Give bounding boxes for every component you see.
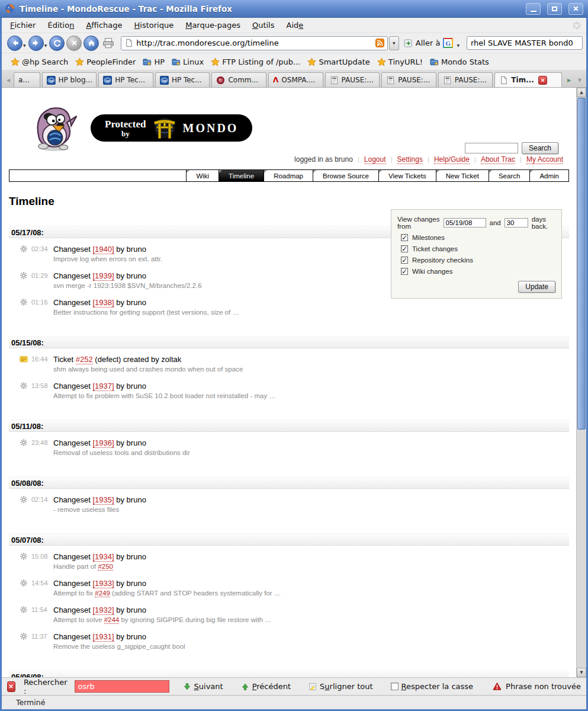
nav-tab-browse-source[interactable]: Browse Source [313,170,378,181]
ticket-link[interactable]: #249 [95,590,110,597]
highlight-all-button[interactable]: Surligner tout [304,681,377,692]
tab-hp-blog[interactable]: HP blog... [42,72,97,87]
search-engine-dropdown[interactable]: ▼ [457,43,460,47]
nav-tab-roadmap[interactable]: Roadmap [264,170,313,181]
tab-hp-tec-2[interactable]: HP Tec... [155,72,210,87]
changeset-link[interactable]: [1935] [93,495,114,505]
nav-tab-new-ticket[interactable]: New Ticket [436,170,489,181]
tab-comm[interactable]: Comm... [211,72,266,87]
tab-timeline-active[interactable]: Tim... [494,72,562,87]
go-icon[interactable] [403,39,413,48]
print-button[interactable] [101,36,116,51]
find-input[interactable] [75,680,169,693]
google-icon[interactable]: G [443,38,453,48]
bookmark-folder-mondo-stats[interactable]: Mondo Stats [426,56,493,68]
url-dropdown-button[interactable]: ▼ [389,36,399,50]
changeset-link[interactable]: [1938] [93,298,114,308]
menu-affichage[interactable]: Affichage [80,18,128,33]
forward-dropdown[interactable]: ▼ [44,43,47,47]
ticket-link[interactable]: #252 [76,355,93,364]
tab-scroll-left-button[interactable]: ◀ [3,73,14,87]
nav-tab-timeline[interactable]: Timeline [219,170,264,181]
bookmark-smartupdate[interactable]: SmartUpdate [304,56,373,68]
help-guide-link[interactable]: Help/Guide [434,155,470,164]
tab-scroll-right-button[interactable]: ▶ [564,73,574,87]
home-button[interactable] [83,36,99,51]
my-account-link[interactable]: My Account [526,155,563,164]
find-next-button[interactable]: Suivant [179,681,227,692]
changeset-link[interactable]: [1932] [93,606,114,615]
logout-link[interactable]: Logout [364,155,386,164]
settings-link[interactable]: Settings [397,155,423,164]
changeset-link[interactable]: [1933] [93,579,114,588]
site-search-button[interactable]: Search [522,142,558,154]
scroll-up-button[interactable]: ▲ [577,88,586,97]
web-search-input[interactable] [467,36,583,50]
bookmark-folder-linux[interactable]: Linux [168,56,207,68]
match-case-checkbox[interactable] [391,683,399,690]
menu-edition[interactable]: Édition [41,18,80,33]
menu-fichier[interactable]: Fichier [4,18,41,33]
scroll-down-button[interactable]: ▼ [577,668,586,677]
ticket-changes-checkbox[interactable]: ✓ [401,245,408,252]
ticket-link[interactable]: #244 [104,616,120,624]
down-arrow-icon [183,683,191,691]
site-search-input[interactable] [465,143,518,153]
close-findbar-button[interactable] [7,681,15,692]
menu-historique[interactable]: Historique [128,18,180,33]
changeset-link[interactable]: [1937] [93,382,114,391]
bookmark-peoplefinder[interactable]: PeopleFinder [72,56,139,68]
changeset-link[interactable]: [1940] [93,245,114,254]
ticket-link[interactable]: #250 [98,563,113,571]
milestones-checkbox[interactable]: ✓ [401,234,408,241]
scrollbar-thumb[interactable] [577,98,586,430]
tab-list-dropdown[interactable]: ▼ [574,73,585,87]
close-button[interactable] [568,3,583,15]
url-input[interactable] [136,39,372,47]
back-dropdown[interactable]: ▼ [23,43,26,47]
nav-tab-admin[interactable]: Admin [529,170,568,181]
forward-button[interactable] [28,36,44,51]
go-button[interactable]: Aller à [416,39,441,47]
tab-1[interactable]: a... [14,72,40,87]
nav-tab-view-tickets[interactable]: View Tickets [378,170,436,181]
changeset-link[interactable]: [1931] [93,632,114,642]
highlighter-icon [309,683,317,691]
vertical-scrollbar[interactable]: ▲ ▼ [576,88,586,677]
bookmark-tinyurl[interactable]: TinyURL! [374,56,426,68]
stop-button[interactable] [66,36,82,51]
nav-tab-wiki[interactable]: Wiki [186,170,219,181]
nav-tab-search[interactable]: Search [489,170,529,181]
match-case-option[interactable]: Respecter la casse [387,681,478,692]
changeset-link[interactable]: [1934] [93,552,114,562]
repository-checkins-checkbox[interactable]: ✓ [401,257,408,264]
maximize-button[interactable] [547,3,562,15]
minimize-button[interactable] [526,3,541,15]
protected-by-mondo-banner[interactable]: Protected by MONDO [91,114,252,142]
about-trac-link[interactable]: About Trac [481,155,515,164]
url-bar[interactable] [121,36,388,50]
wiki-changes-checkbox[interactable]: ✓ [401,268,408,275]
back-button[interactable] [7,36,23,51]
menu-aide[interactable]: Aide [281,18,310,33]
changeset-link[interactable]: [1936] [93,438,114,448]
event-description: shm always being used and crashes mondo … [53,366,576,375]
reload-button[interactable] [49,36,65,51]
update-button[interactable]: Update [518,281,555,293]
tab-pause-2[interactable]: PAUSE:... [381,72,436,87]
changeset-link[interactable]: [1939] [93,271,114,281]
tab-pause-3[interactable]: PAUSE:... [438,72,493,87]
bookmark-folder-hp[interactable]: HP [139,56,168,68]
rss-feed-icon[interactable] [375,39,384,47]
close-tab-button[interactable] [538,76,547,85]
bookmark-ftp-listing[interactable]: FTP Listing of /pub... [207,56,304,68]
tab-hp-tec-1[interactable]: HP Tec... [98,72,153,87]
bookmark-hp-search[interactable]: @hp Search [7,56,72,68]
tab-osmpa[interactable]: ΛOSMPA.... [268,72,323,87]
menu-outils[interactable]: Outils [246,18,281,33]
tab-pause-1[interactable]: PAUSE:... [325,72,380,87]
menu-marque-pages[interactable]: Marque-pages [179,18,246,33]
from-date-input[interactable] [444,218,486,228]
find-previous-button[interactable]: Précédent [237,681,295,692]
days-back-input[interactable] [505,218,528,228]
